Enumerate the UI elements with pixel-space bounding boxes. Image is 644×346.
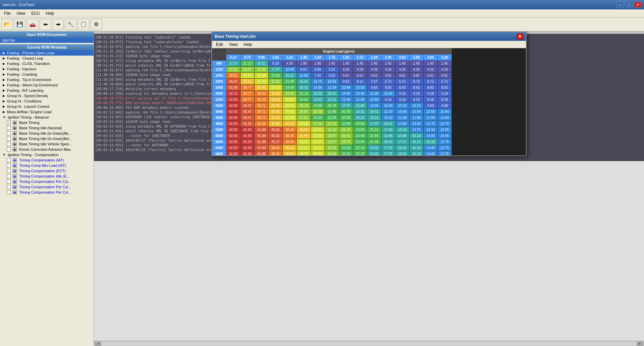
tree-item[interactable]: ▦Knock Correction Advance Max bbox=[0, 147, 94, 152]
table-cell[interactable]: 22.19 bbox=[353, 151, 367, 156]
table-cell[interactable]: 17.97 bbox=[367, 121, 381, 127]
table-cell[interactable]: 9.18 bbox=[395, 97, 410, 103]
table-cell[interactable]: 20.78 bbox=[339, 109, 353, 115]
table-cell[interactable]: 12.34 bbox=[325, 85, 339, 91]
table-cell[interactable]: 10.94 bbox=[381, 103, 395, 109]
table-cell[interactable]: 4.61 bbox=[410, 73, 424, 79]
table-cell[interactable]: 16.91 bbox=[395, 145, 410, 151]
modal-menu-help[interactable]: Help bbox=[241, 42, 255, 48]
table-cell[interactable]: 1.45 bbox=[353, 61, 367, 67]
table-cell[interactable]: 1.45 bbox=[395, 61, 410, 67]
maximize-button[interactable]: □ bbox=[625, 2, 633, 8]
table-cell[interactable]: 20.08 bbox=[353, 121, 367, 127]
tree-item[interactable]: ▦Timing Compensation Per Cyl... bbox=[0, 179, 94, 184]
tree-checkbox[interactable] bbox=[7, 158, 11, 162]
table-cell[interactable]: 30.98 bbox=[255, 73, 269, 79]
table-cell[interactable]: 36.95 bbox=[255, 85, 269, 91]
table-cell[interactable]: 13.05 bbox=[438, 127, 452, 133]
table-cell[interactable]: 30.62 bbox=[311, 127, 325, 133]
tree-checkbox[interactable] bbox=[7, 169, 11, 173]
modal-menu-edit[interactable]: Edit bbox=[213, 42, 226, 48]
table-cell[interactable]: 18.32 bbox=[381, 139, 395, 145]
table-cell[interactable]: 32.03 bbox=[269, 85, 283, 91]
table-cell[interactable]: 13.75 bbox=[438, 139, 452, 145]
tree-item[interactable]: ▦Timing Compensation (IAT) bbox=[0, 157, 94, 163]
table-cell[interactable]: 35.55 bbox=[283, 151, 297, 156]
table-cell[interactable]: 30.98 bbox=[283, 97, 297, 103]
tree-checkbox[interactable]: ✓ bbox=[7, 121, 11, 125]
table-cell[interactable]: 4.26 bbox=[424, 67, 438, 73]
table-cell[interactable]: 28.87 bbox=[240, 67, 255, 73]
table-cell[interactable]: 42.93 bbox=[240, 151, 255, 156]
tree-item[interactable]: ▼Ignition Timing - Compensation bbox=[0, 152, 94, 157]
table-cell[interactable]: 34.14 bbox=[297, 145, 311, 151]
table-cell[interactable]: 20.78 bbox=[325, 103, 339, 109]
table-cell[interactable]: 4.61 bbox=[353, 73, 367, 79]
table-cell[interactable]: 10.23 bbox=[395, 103, 410, 109]
table-cell[interactable]: 6.72 bbox=[424, 79, 438, 85]
table-cell[interactable]: 6.02 bbox=[325, 73, 339, 79]
table-cell[interactable]: 16.91 bbox=[395, 151, 410, 156]
table-cell[interactable]: 1.45 bbox=[424, 61, 438, 67]
table-cell[interactable]: 14.80 bbox=[339, 91, 353, 97]
table-cell[interactable]: 33.79 bbox=[297, 151, 311, 156]
table-cell[interactable]: 7.07 bbox=[367, 79, 381, 85]
toolbar-btn4[interactable]: ⬅ bbox=[40, 19, 51, 30]
menu-view[interactable]: View bbox=[14, 10, 28, 16]
table-cell[interactable]: 27.81 bbox=[269, 79, 283, 85]
table-cell[interactable]: 15.16 bbox=[410, 151, 424, 156]
table-cell[interactable]: 4.61 bbox=[424, 73, 438, 79]
table-cell[interactable]: 23.59 bbox=[353, 127, 367, 133]
table-cell[interactable]: 6.72 bbox=[410, 79, 424, 85]
table-cell[interactable]: 14.45 bbox=[438, 133, 452, 139]
table-cell[interactable]: 36.95 bbox=[269, 115, 283, 121]
menu-help[interactable]: Help bbox=[43, 10, 57, 16]
table-cell[interactable]: 26.41 bbox=[339, 133, 353, 139]
table-cell[interactable]: 4.61 bbox=[339, 73, 353, 79]
table-cell[interactable]: 9.18 bbox=[424, 91, 438, 97]
table-cell[interactable]: 14.80 bbox=[424, 133, 438, 139]
table-cell[interactable]: 15.51 bbox=[325, 97, 339, 103]
table-cell[interactable]: 4.26 bbox=[395, 67, 410, 73]
table-cell[interactable]: 28.87 bbox=[325, 133, 339, 139]
table-cell[interactable]: 4.61 bbox=[395, 73, 410, 79]
tree-checkbox[interactable] bbox=[7, 137, 11, 141]
table-cell[interactable]: 42.93 bbox=[226, 127, 240, 133]
tree-item[interactable]: ▶Fueling - Closed Loop bbox=[0, 56, 94, 61]
table-cell[interactable]: 23.95 bbox=[353, 133, 367, 139]
tree-item[interactable]: ▦Base Timing Idle (In-Gear)(Bel... bbox=[0, 136, 94, 141]
table-cell[interactable]: 36.95 bbox=[269, 103, 283, 109]
modal-close-button[interactable]: ✕ bbox=[517, 33, 523, 40]
menu-ecu[interactable]: ECU bbox=[29, 10, 42, 16]
table-cell[interactable]: 40.82 bbox=[269, 127, 283, 133]
table-cell[interactable]: 13.40 bbox=[353, 91, 367, 97]
table-cell[interactable]: 42.93 bbox=[226, 103, 240, 109]
table-cell[interactable]: 25.70 bbox=[339, 127, 353, 133]
table-cell[interactable]: 11.99 bbox=[395, 115, 410, 121]
toolbar-save[interactable]: 💾 bbox=[14, 19, 25, 30]
table-cell[interactable]: 14.80 bbox=[424, 145, 438, 151]
table-cell[interactable]: 38.71 bbox=[255, 109, 269, 115]
tree-item[interactable]: ▶Group N - Launch Control bbox=[0, 104, 94, 109]
table-cell[interactable]: 16.91 bbox=[381, 121, 395, 127]
table-cell[interactable]: 13.40 bbox=[424, 127, 438, 133]
table-cell[interactable]: 42.23 bbox=[226, 91, 240, 97]
table-cell[interactable]: 32.03 bbox=[255, 79, 269, 85]
table-cell[interactable]: 16.91 bbox=[297, 79, 311, 85]
tree-item[interactable]: ▶Fueling - Cranking bbox=[0, 72, 94, 77]
table-cell[interactable]: 14.80 bbox=[424, 151, 438, 156]
tree-item[interactable]: ▶Mass Airflow / Engine Load bbox=[0, 109, 94, 115]
table-cell[interactable]: 42.93 bbox=[226, 151, 240, 156]
table-cell[interactable]: 10.59 bbox=[325, 79, 339, 85]
table-cell[interactable]: 17.97 bbox=[381, 151, 395, 156]
table-cell[interactable]: 9.18 bbox=[424, 97, 438, 103]
table-cell[interactable]: 39.41 bbox=[269, 145, 283, 151]
toolbar-settings[interactable]: ⚙ bbox=[91, 19, 102, 30]
table-cell[interactable]: 24.65 bbox=[311, 115, 325, 121]
table-cell[interactable]: 13.40 bbox=[339, 97, 353, 103]
table-cell[interactable]: 8.83 bbox=[438, 85, 452, 91]
table-cell[interactable]: 18.32 bbox=[297, 85, 311, 91]
table-cell[interactable]: 12.70 bbox=[438, 151, 452, 156]
table-cell[interactable]: 24.30 bbox=[339, 151, 353, 156]
table-cell[interactable]: 9.18 bbox=[438, 91, 452, 97]
